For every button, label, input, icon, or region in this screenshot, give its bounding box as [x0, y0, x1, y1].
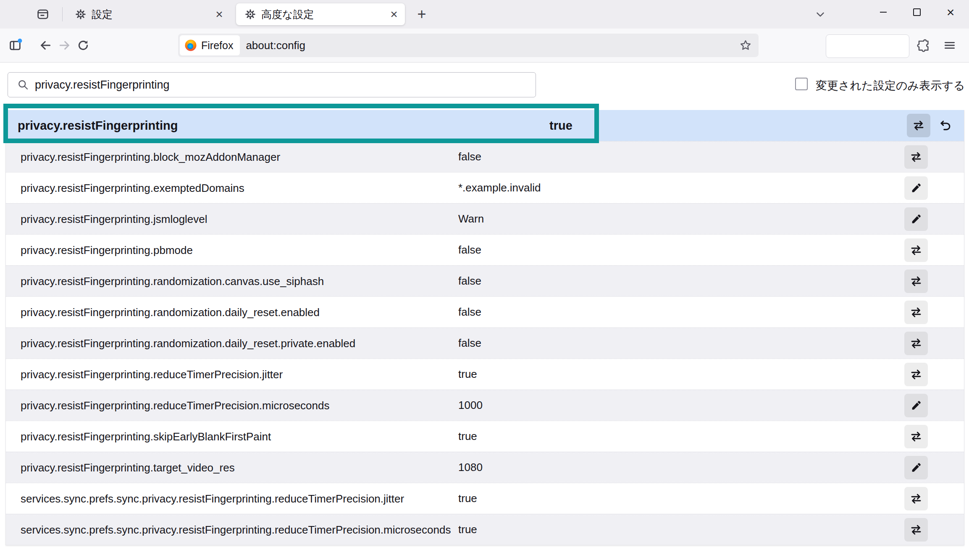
pref-value: 1080	[458, 461, 964, 474]
new-tab-button[interactable]: +	[413, 6, 431, 23]
show-modified-only-label: 変更された設定のみ表示する	[816, 78, 965, 93]
toggle-arrows-icon	[910, 337, 922, 350]
toggle-pref-button[interactable]	[904, 425, 928, 448]
extensions-button[interactable]	[914, 36, 932, 55]
pref-row[interactable]: services.sync.prefs.sync.privacy.resistF…	[6, 483, 964, 514]
pref-row[interactable]: privacy.resistFingerprinting.jsmloglevel…	[6, 203, 964, 234]
toggle-arrows-icon	[912, 119, 925, 132]
pref-row[interactable]: privacy.resistFingerprinting.block_mozAd…	[6, 141, 964, 172]
pref-name: privacy.resistFingerprinting.skipEarlyBl…	[21, 426, 458, 447]
pref-value: true	[549, 119, 572, 133]
toggle-arrows-icon	[910, 368, 922, 381]
pref-value: false	[458, 275, 964, 288]
toggle-pref-button[interactable]	[907, 114, 930, 137]
toggle-pref-button[interactable]	[904, 332, 928, 355]
toggle-pref-button[interactable]	[904, 363, 928, 386]
pref-value: Warn	[458, 212, 964, 225]
window-minimize-button[interactable]	[874, 3, 893, 22]
pref-row[interactable]: privacy.resistFingerprinting.reduceTimer…	[6, 359, 964, 390]
edit-pref-button[interactable]	[904, 456, 928, 479]
pref-value: true	[458, 368, 964, 381]
firefox-view-button[interactable]	[34, 6, 51, 23]
toggle-pref-button[interactable]	[904, 487, 928, 510]
toggle-arrows-icon	[910, 492, 922, 505]
pref-name: services.sync.prefs.sync.privacy.resistF…	[21, 519, 458, 541]
toggle-pref-button[interactable]	[904, 145, 928, 169]
app-menu-button[interactable]	[940, 36, 959, 55]
back-button[interactable]	[36, 36, 55, 55]
pref-name: privacy.resistFingerprinting.reduceTimer…	[21, 395, 458, 416]
pref-name: privacy.resistFingerprinting.target_vide…	[21, 457, 458, 479]
toggle-pref-button[interactable]	[904, 301, 928, 324]
pref-row[interactable]: privacy.resistFingerprinting.randomizati…	[6, 327, 964, 359]
pref-value: true	[458, 523, 964, 536]
pref-row[interactable]: privacy.resistFingerprinting.skipEarlyBl…	[6, 421, 964, 452]
firefox-view-icon	[36, 8, 50, 21]
chevron-down-icon	[814, 8, 827, 21]
pref-row[interactable]: privacy.resistFingerprinting.exemptedDom…	[6, 172, 964, 203]
identity-chip-label: Firefox	[201, 39, 233, 52]
tab-advanced-settings-close-icon[interactable]: ×	[386, 7, 402, 22]
tab-advanced-settings[interactable]: 高度な設定 ×	[236, 3, 405, 25]
bookmark-button[interactable]	[736, 36, 755, 55]
pref-value: *.example.invalid	[458, 181, 964, 194]
url-bar[interactable]: Firefox about:config	[178, 34, 759, 57]
edit-pref-button[interactable]	[904, 176, 928, 200]
pref-row[interactable]: services.sync.prefs.sync.privacy.resistF…	[6, 514, 964, 545]
pencil-icon	[910, 182, 922, 194]
identity-chip[interactable]: Firefox	[180, 35, 240, 55]
pref-value: true	[458, 492, 964, 505]
toolbar-placeholder-box[interactable]	[826, 34, 909, 58]
reload-icon	[76, 39, 90, 52]
pref-name: privacy.resistFingerprinting.pbmode	[21, 239, 458, 261]
undo-arrow-icon	[939, 119, 952, 132]
window-close-button[interactable]: ×	[941, 3, 960, 22]
toggle-pref-button[interactable]	[904, 518, 928, 542]
edit-pref-button[interactable]	[904, 394, 928, 417]
pref-row[interactable]: privacy.resistFingerprinting.pbmode fals…	[6, 234, 964, 265]
tab-settings[interactable]: 設定 ×	[66, 3, 230, 25]
gear-icon	[244, 8, 256, 20]
navigation-toolbar: Firefox about:config	[0, 29, 969, 63]
pref-value: 1000	[458, 399, 964, 412]
toggle-arrows-icon	[910, 306, 922, 319]
pref-row[interactable]: privacy.resistFingerprinting.randomizati…	[6, 296, 964, 327]
pref-value: false	[458, 337, 964, 350]
pref-search	[8, 72, 536, 97]
pref-row[interactable]: privacy.resistFingerprinting.reduceTimer…	[6, 390, 964, 421]
pref-name: privacy.resistFingerprinting.randomizati…	[21, 332, 458, 354]
pref-row[interactable]: privacy.resistFingerprinting.target_vide…	[6, 452, 964, 483]
forward-button[interactable]	[55, 36, 74, 55]
puzzle-piece-icon	[916, 39, 930, 52]
reset-pref-button[interactable]	[935, 114, 956, 137]
pref-row[interactable]: privacy.resistFingerprinting.randomizati…	[6, 265, 964, 296]
gear-icon	[75, 8, 87, 20]
star-icon	[739, 39, 752, 52]
toggle-arrows-icon	[910, 244, 922, 256]
pencil-icon	[910, 400, 922, 411]
toggle-arrows-icon	[910, 275, 922, 288]
toggle-pref-button[interactable]	[904, 238, 928, 262]
forward-arrow-icon	[58, 39, 71, 52]
minimize-icon	[880, 12, 887, 13]
pref-name: privacy.resistFingerprinting.reduceTimer…	[21, 364, 458, 385]
pref-value: false	[458, 306, 964, 319]
reload-button[interactable]	[74, 36, 92, 55]
tab-bar: 設定 ×	[0, 0, 969, 29]
pref-name: services.sync.prefs.sync.privacy.resistF…	[21, 488, 458, 510]
edit-pref-button[interactable]	[904, 207, 928, 231]
tab-settings-close-icon[interactable]: ×	[212, 7, 227, 22]
toggle-pref-button[interactable]	[904, 270, 928, 293]
pref-name: privacy.resistFingerprinting.randomizati…	[21, 270, 458, 292]
window-maximize-button[interactable]	[907, 3, 927, 22]
url-text: about:config	[246, 39, 305, 52]
tab-advanced-settings-label: 高度な設定	[261, 8, 386, 21]
pref-name: privacy.resistFingerprinting.exemptedDom…	[21, 177, 458, 199]
toggle-arrows-icon	[910, 430, 922, 443]
list-all-tabs-button[interactable]	[811, 6, 829, 23]
pref-search-input[interactable]	[8, 72, 536, 97]
sidebar-button[interactable]	[6, 36, 24, 55]
show-modified-only-checkbox[interactable]	[795, 78, 808, 90]
pref-name: privacy.resistFingerprinting.jsmloglevel	[21, 208, 458, 230]
pref-row-selected[interactable]: privacy.resistFingerprinting true	[6, 110, 964, 141]
